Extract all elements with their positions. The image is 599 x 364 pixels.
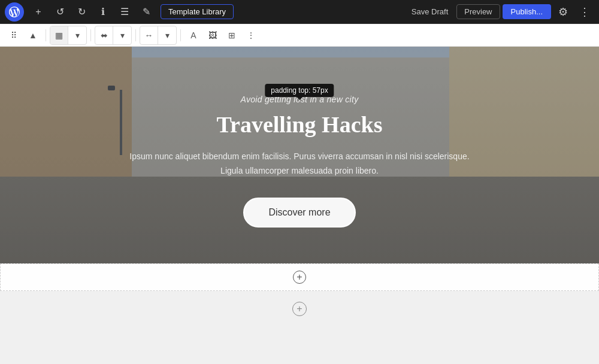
hero-subtitle: Avoid getting lost in a new city (24, 95, 575, 104)
arrow-up-icon: ▲ (29, 31, 37, 40)
undo-button[interactable]: ↺ (50, 2, 69, 22)
block-view-dropdown[interactable]: ▾ (68, 26, 86, 44)
main-area: padding top: 57px Avoid getting lost in … (0, 47, 599, 364)
hero-body: Ipsum nunc aliquet bibendum enim facilis… (126, 150, 473, 178)
separator (46, 29, 46, 41)
block-view-icon: ▦ (55, 31, 63, 40)
add-block-icon[interactable]: + (293, 271, 306, 284)
edit-icon: ✎ (143, 6, 150, 17)
image-button[interactable]: 🖼 (204, 26, 222, 44)
info-button[interactable]: ℹ (93, 2, 113, 22)
bottom-area: + (0, 291, 599, 327)
settings-button[interactable]: ⚙ (553, 2, 573, 22)
more-toolbar-button[interactable]: ⋮ (242, 26, 260, 44)
redo-icon: ↻ (78, 6, 86, 17)
more-icon: ⋮ (579, 5, 590, 19)
template-library-button[interactable]: Template Library (161, 4, 234, 19)
publish-button[interactable]: Publish... (503, 4, 551, 19)
align-dropdown[interactable]: ▾ (113, 26, 131, 44)
more-options-button[interactable]: ⋮ (575, 2, 594, 22)
separator4 (180, 29, 181, 41)
add-block-row[interactable]: + (0, 263, 599, 291)
top-toolbar: + ↺ ↻ ℹ ☰ ✎ Template Library Save Draft … (0, 0, 599, 24)
align-chevron-icon: ▾ (120, 31, 125, 40)
add-block-button[interactable]: + (29, 2, 48, 22)
bottom-add-button[interactable]: + (292, 302, 307, 316)
align-icon: ⬌ (101, 31, 108, 40)
discover-more-button[interactable]: Discover more (243, 198, 355, 228)
wide-button[interactable]: ↔ (140, 26, 158, 44)
wide-group: ↔ ▾ (140, 26, 177, 45)
more-toolbar-icon: ⋮ (247, 31, 255, 40)
drag-handle-button[interactable]: ⠿ (5, 26, 23, 44)
save-draft-button[interactable]: Save Draft (406, 5, 454, 19)
wp-logo[interactable] (5, 2, 24, 22)
separator3 (135, 29, 136, 41)
color-button[interactable]: A (184, 26, 202, 44)
wide-icon: ↔ (145, 31, 153, 40)
list-icon: ☰ (120, 6, 129, 17)
second-toolbar: ⠿ ▲ ▦ ▾ ⬌ ▾ ↔ ▾ A 🖼 ⊞ ⋮ (0, 24, 599, 47)
hero-section[interactable]: Avoid getting lost in a new city Travell… (0, 47, 599, 263)
edit-button[interactable]: ✎ (137, 2, 156, 22)
align-group: ⬌ ▾ (95, 26, 132, 45)
hero-title: Travelling Hacks (24, 111, 575, 138)
block-view-group: ▦ ▾ (50, 26, 87, 45)
chevron-down-icon: ▾ (75, 31, 80, 40)
color-icon: A (190, 31, 196, 40)
redo-button[interactable]: ↻ (72, 2, 91, 22)
block-view-button[interactable]: ▦ (50, 26, 68, 44)
preview-button[interactable]: Preview (456, 4, 500, 19)
hero-content: Avoid getting lost in a new city Travell… (0, 47, 599, 263)
block-type-icon: ⊞ (228, 31, 235, 40)
separator2 (90, 29, 91, 41)
drag-icon: ⠿ (11, 31, 17, 40)
align-button[interactable]: ⬌ (95, 26, 113, 44)
info-icon: ℹ (101, 6, 105, 17)
image-icon: 🖼 (208, 31, 217, 40)
select-parent-button[interactable]: ▲ (24, 26, 42, 44)
settings-icon: ⚙ (558, 5, 568, 19)
wide-chevron-icon: ▾ (165, 31, 170, 40)
block-type-button[interactable]: ⊞ (223, 26, 241, 44)
list-view-button[interactable]: ☰ (115, 2, 134, 22)
wide-dropdown[interactable]: ▾ (158, 26, 176, 44)
undo-icon: ↺ (56, 6, 64, 17)
wp-logo-icon (9, 7, 20, 17)
